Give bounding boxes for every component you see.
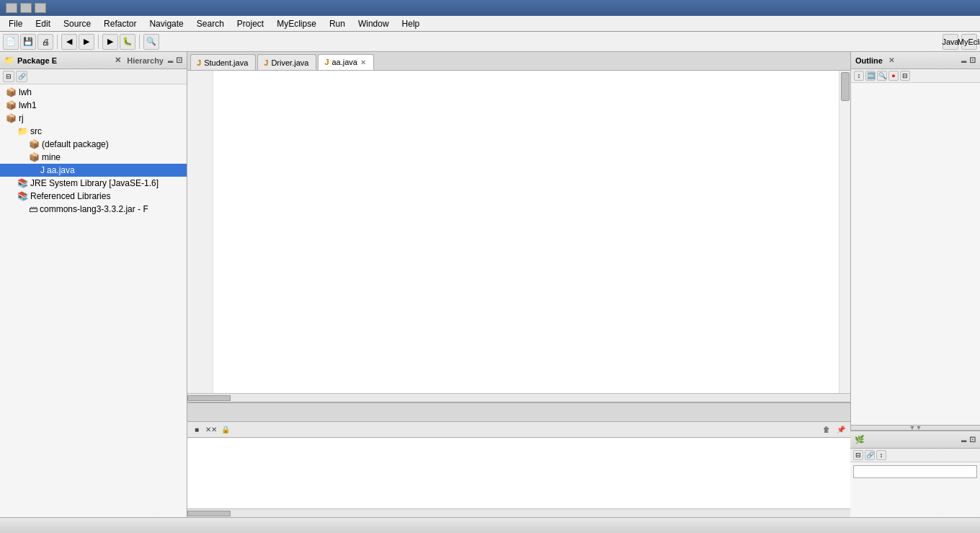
tree-icon-7: 📚: [17, 178, 28, 188]
spring-max[interactable]: ⊡: [969, 435, 976, 444]
outline-panel: Outline ✕ 🗕 ⊡ ↕ 🔤 🔍 ● ⊟ ▼▼: [850, 52, 980, 431]
outline-btn-3[interactable]: 🔍: [877, 71, 887, 81]
menu-item-myeclipse[interactable]: MyEclipse: [271, 17, 322, 30]
toolbar-sep-2: [98, 35, 99, 49]
editor-tab-Driverjava[interactable]: JDriver.java: [257, 54, 316, 70]
tree-item-1[interactable]: 📦lwh1: [0, 99, 187, 112]
scroll-lock[interactable]: 🔒: [219, 423, 232, 436]
tab-label-1: Driver.java: [271, 58, 308, 67]
titlebar: [0, 0, 980, 16]
back-button[interactable]: ◀: [61, 34, 77, 50]
tree-item-6[interactable]: Jaa.java: [0, 164, 187, 177]
left-panel-toolbar: ⊟ 🔗: [0, 69, 187, 84]
remove-all-terminated[interactable]: ✕✕: [205, 423, 218, 436]
spring-btn-1[interactable]: ⊟: [853, 450, 863, 460]
tree-icon-8: 📚: [17, 191, 28, 201]
close-button[interactable]: [35, 3, 46, 13]
save-button[interactable]: 💾: [20, 34, 36, 50]
search-button[interactable]: 🔍: [143, 34, 159, 50]
editor-tab-Studentjava[interactable]: JStudent.java: [190, 54, 256, 70]
menu-item-refactor[interactable]: Refactor: [98, 17, 142, 30]
new-button[interactable]: 📄: [3, 34, 19, 50]
spring-btn-2[interactable]: 🔗: [865, 450, 875, 460]
menu-item-file[interactable]: File: [3, 17, 28, 30]
editor-tab-aajava[interactable]: Jaa.java✕: [318, 54, 374, 70]
toolbar: 📄 💾 🖨 ◀ ▶ ▶ 🐛 🔍 Java MyEcli: [0, 32, 980, 52]
tree-label-6: aa.java: [47, 165, 75, 175]
editor-tabs: JStudent.javaJDriver.javaJaa.java✕: [187, 52, 850, 71]
myeclipse-perspective[interactable]: MyEcli: [961, 34, 977, 50]
close-package-explorer[interactable]: ✕: [115, 56, 121, 65]
menu-item-source[interactable]: Source: [58, 17, 97, 30]
horizontal-scrollbar[interactable]: [187, 393, 850, 402]
spring-filter-input[interactable]: [853, 465, 977, 478]
tree-item-0[interactable]: 📦lwh: [0, 86, 187, 99]
package-explorer-tree: 📦lwh📦lwh1📦rj📁src📦(default package)📦mineJ…: [0, 84, 187, 517]
editor-scrollbar[interactable]: [839, 71, 850, 393]
link-editor[interactable]: 🔗: [16, 71, 27, 82]
spring-explorer-panel: 🌿 🗕 ⊡ ⊟ 🔗 ↕: [850, 431, 980, 517]
spring-min[interactable]: 🗕: [960, 435, 968, 444]
outline-min[interactable]: 🗕: [960, 56, 968, 65]
console-hscroll-thumb[interactable]: [187, 511, 231, 516]
bottom-tabs: [187, 403, 850, 422]
menu-item-project[interactable]: Project: [231, 17, 270, 30]
tree-item-3[interactable]: 📁src: [0, 125, 187, 138]
outline-btn-4[interactable]: ●: [888, 71, 899, 81]
spring-btn-3[interactable]: ↕: [876, 450, 886, 460]
tab-icon-2: J: [324, 58, 329, 66]
package-explorer-icon: 📁: [4, 56, 14, 65]
console-output: [187, 438, 850, 508]
outline-close[interactable]: ✕: [888, 56, 894, 64]
menubar: FileEditSourceRefactorNavigateSearchProj…: [0, 16, 980, 32]
code-editor[interactable]: [213, 71, 839, 393]
outline-tree: [851, 83, 980, 425]
run-button[interactable]: ▶: [102, 34, 118, 50]
clear-console[interactable]: 🗑: [820, 423, 833, 436]
hscroll-track[interactable]: [187, 395, 850, 401]
toolbar-sep-1: [57, 35, 58, 49]
maximize-button[interactable]: [20, 3, 32, 13]
tree-item-2[interactable]: 📦rj: [0, 112, 187, 125]
debug-button[interactable]: 🐛: [120, 34, 135, 50]
tree-item-7[interactable]: 📚JRE System Library [JavaSE-1.6]: [0, 177, 187, 190]
tree-label-2: rj: [19, 113, 24, 123]
tree-item-5[interactable]: 📦mine: [0, 151, 187, 164]
collapse-all[interactable]: ⊟: [3, 71, 14, 82]
tree-item-9[interactable]: 🗃commons-lang3-3.3.2.jar - F: [0, 203, 187, 216]
toolbar-sep-3: [139, 35, 140, 49]
forward-button[interactable]: ▶: [79, 34, 94, 50]
tab-close-2[interactable]: ✕: [360, 58, 366, 66]
menu-item-navigate[interactable]: Navigate: [143, 17, 189, 30]
minimize-button[interactable]: [6, 3, 17, 13]
tab-label-0: Student.java: [204, 58, 248, 67]
outline-max[interactable]: ⊡: [969, 56, 976, 65]
tab-label-2: aa.java: [332, 58, 357, 66]
scrollbar-thumb[interactable]: [841, 72, 850, 101]
menu-item-run[interactable]: Run: [324, 17, 351, 30]
tab-icon-0: J: [197, 58, 201, 67]
outline-scrollbar-area[interactable]: ▼▼: [851, 425, 980, 431]
print-button[interactable]: 🖨: [37, 34, 53, 50]
tree-item-4[interactable]: 📦(default package): [0, 138, 187, 151]
tree-icon-9: 🗃: [29, 204, 37, 214]
java-perspective[interactable]: Java: [943, 34, 958, 50]
outline-btn-5[interactable]: ⊟: [900, 71, 910, 81]
tree-icon-1: 📦: [6, 100, 17, 110]
tree-label-0: lwh: [19, 87, 32, 97]
collapse-left-panel[interactable]: 🗕: [166, 56, 174, 65]
maximize-left-panel[interactable]: ⊡: [176, 56, 182, 65]
console-scrollbar[interactable]: [187, 508, 850, 517]
outline-btn-2[interactable]: 🔤: [865, 71, 876, 81]
menu-item-search[interactable]: Search: [191, 17, 230, 30]
menu-item-help[interactable]: Help: [396, 17, 426, 30]
hscroll-thumb[interactable]: [187, 395, 231, 401]
pin-console[interactable]: 📌: [834, 423, 847, 436]
terminate-button[interactable]: ■: [190, 423, 203, 436]
menu-item-edit[interactable]: Edit: [30, 17, 56, 30]
outline-btn-1[interactable]: ↕: [854, 71, 864, 81]
tree-item-8[interactable]: 📚Referenced Libraries: [0, 190, 187, 203]
hierarchy-tab[interactable]: Hierarchy: [127, 56, 164, 65]
menu-item-window[interactable]: Window: [352, 17, 395, 30]
left-panel: 📁 Package E ✕ Hierarchy 🗕 ⊡ ⊟ 🔗 📦lwh📦lwh…: [0, 52, 187, 517]
